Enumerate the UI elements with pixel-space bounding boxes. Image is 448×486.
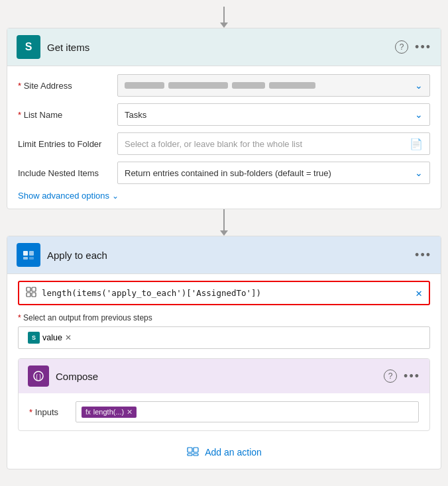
compose-inputs-field[interactable]: fx length(...) ✕	[76, 401, 419, 422]
get-items-actions: ? •••	[395, 40, 431, 54]
list-name-chevron: ⌄	[415, 109, 423, 120]
expression-box[interactable]: length(items('apply_to_each')['AssignedT…	[18, 281, 430, 305]
show-advanced-options[interactable]: Show advanced options ⌄	[18, 191, 430, 201]
more-dots-icon: •••	[415, 40, 431, 54]
svg-rect-11	[194, 448, 198, 452]
connector-line	[223, 7, 225, 23]
blur-4	[269, 82, 315, 89]
compose-title: Compose	[56, 371, 377, 382]
blurred-content	[125, 82, 315, 89]
tag-close-button[interactable]: ✕	[65, 333, 72, 342]
compose-inputs-label: Inputs	[29, 407, 69, 417]
value-tag: S value ✕	[24, 330, 76, 345]
expression-close-button[interactable]: ✕	[416, 287, 422, 299]
limit-entries-input[interactable]: Select a folder, or leave blank for the …	[117, 132, 430, 155]
apply-to-each-more-button[interactable]: •••	[415, 248, 431, 262]
nested-items-label: Include Nested Items	[18, 168, 111, 178]
select-output-input[interactable]: S value ✕	[18, 326, 430, 349]
svg-rect-13	[194, 454, 198, 456]
apply-to-each-icon	[17, 243, 40, 267]
get-items-header: S Get items ? •••	[7, 28, 441, 66]
svg-rect-2	[23, 257, 28, 260]
fx-chip-close-button[interactable]: ✕	[127, 408, 133, 416]
nested-items-value: Return entries contained in sub-folders …	[125, 168, 331, 178]
svg-rect-6	[27, 293, 30, 297]
sharepoint-icon: S	[17, 35, 40, 59]
svg-rect-7	[32, 293, 36, 297]
limit-entries-placeholder: Select a folder, or leave blank for the …	[125, 139, 302, 149]
compose-actions: ? •••	[384, 369, 420, 383]
blur-2	[168, 82, 228, 89]
get-items-title: Get items	[47, 42, 388, 53]
svg-rect-4	[27, 287, 30, 291]
show-advanced-chevron: ⌄	[112, 191, 119, 201]
compose-help-icon: ?	[388, 371, 393, 381]
compose-svg-icon: {}	[32, 370, 44, 382]
add-action-label: Add an action	[205, 447, 262, 458]
limit-entries-label: Limit Entries to Folder	[18, 139, 111, 149]
fx-value: length(...)	[93, 408, 124, 416]
compose-header: {} Compose ? •••	[19, 359, 429, 393]
get-items-body: Site Address ⌄ List Name Tasks ⌄	[7, 66, 441, 209]
connector-line-mid	[223, 209, 225, 230]
compose-body: Inputs fx length(...) ✕	[19, 393, 429, 430]
svg-text:{}: {}	[35, 373, 42, 380]
add-action-icon	[186, 444, 199, 460]
apply-to-each-body: length(items('apply_to_each')['AssignedT…	[7, 274, 441, 469]
expr-svg	[26, 287, 36, 297]
list-name-input[interactable]: Tasks ⌄	[117, 103, 430, 126]
list-name-label: List Name	[18, 110, 111, 120]
select-output-label: Select an output from previous steps	[18, 313, 430, 322]
nested-items-chevron: ⌄	[415, 168, 423, 178]
blur-3	[232, 82, 265, 89]
svg-rect-1	[29, 251, 34, 256]
site-address-input[interactable]: ⌄	[117, 74, 430, 97]
apply-to-each-card: Apply to each ••• length(items('a	[7, 236, 441, 469]
fx-label: fx	[85, 409, 91, 416]
expression-icon	[26, 287, 36, 299]
expression-value: length(items('apply_to_each')['AssignedT…	[42, 288, 261, 298]
apply-to-each-actions: •••	[415, 248, 431, 262]
help-icon: ?	[400, 42, 404, 52]
compose-more-button[interactable]: •••	[404, 369, 420, 383]
blur-1	[125, 82, 164, 89]
connector-arrow-mid	[220, 230, 228, 236]
page-wrapper: S Get items ? ••• Site Address	[7, 7, 441, 469]
top-connector	[220, 7, 228, 28]
fx-chip: fx length(...) ✕	[82, 407, 137, 418]
compose-help-button[interactable]: ?	[384, 369, 397, 383]
apply-more-dots-icon: •••	[415, 248, 431, 262]
limit-entries-row: Limit Entries to Folder Select a folder,…	[18, 132, 430, 155]
svg-rect-3	[29, 257, 34, 260]
tag-label: value	[42, 333, 62, 342]
get-items-more-button[interactable]: •••	[415, 40, 431, 54]
site-address-label: Site Address	[18, 81, 111, 91]
add-action-button[interactable]: Add an action	[18, 444, 430, 460]
site-address-chevron: ⌄	[415, 80, 423, 91]
list-name-value: Tasks	[125, 110, 146, 120]
apply-svg-icon	[22, 248, 35, 262]
get-items-card: S Get items ? ••• Site Address	[7, 28, 441, 209]
middle-connector	[220, 209, 228, 236]
compose-inputs-row: Inputs fx length(...) ✕	[29, 401, 419, 422]
compose-icon: {}	[28, 365, 49, 387]
apply-to-each-title: Apply to each	[47, 250, 408, 261]
svg-rect-0	[23, 251, 28, 256]
compose-more-dots-icon: •••	[404, 369, 420, 383]
nested-items-input[interactable]: Return entries contained in sub-folders …	[117, 162, 430, 184]
get-items-help-button[interactable]: ?	[395, 40, 408, 54]
site-address-row: Site Address ⌄	[18, 74, 430, 97]
svg-rect-10	[188, 448, 192, 452]
svg-rect-12	[188, 454, 192, 456]
nested-items-row: Include Nested Items Return entries cont…	[18, 162, 430, 184]
tag-sharepoint-icon: S	[28, 332, 40, 344]
add-action-svg	[186, 444, 199, 458]
svg-rect-5	[32, 287, 36, 291]
compose-card: {} Compose ? ••• Input	[18, 358, 430, 431]
folder-icon: 📄	[410, 138, 423, 150]
connector-arrow	[220, 23, 228, 28]
apply-to-each-header: Apply to each •••	[7, 236, 441, 274]
list-name-row: List Name Tasks ⌄	[18, 103, 430, 126]
show-advanced-label: Show advanced options	[18, 191, 109, 201]
